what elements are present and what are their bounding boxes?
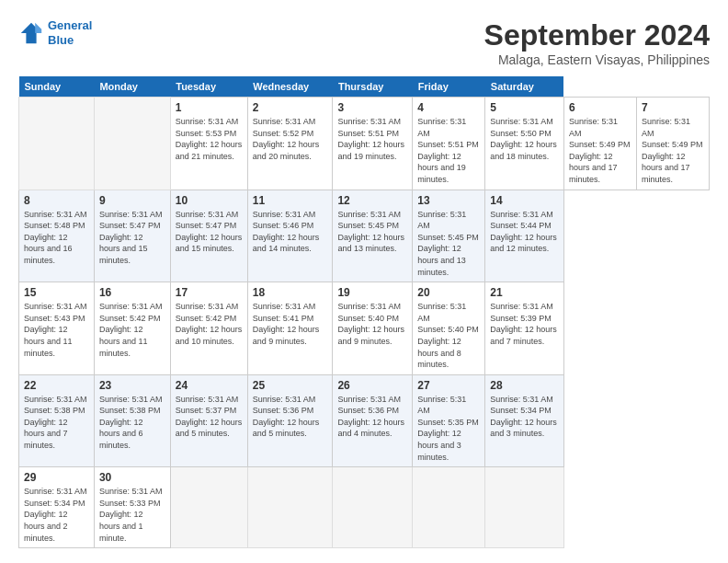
day-number: 10	[176, 194, 243, 207]
day-info: Sunrise: 5:31 AMSunset: 5:50 PMDaylight:…	[490, 116, 559, 162]
day-info: Sunrise: 5:31 AMSunset: 5:37 PMDaylight:…	[176, 394, 243, 440]
day-number: 17	[176, 286, 243, 299]
calendar-cell: 10Sunrise: 5:31 AMSunset: 5:47 PMDayligh…	[170, 190, 247, 282]
calendar-cell: 8Sunrise: 5:31 AMSunset: 5:48 PMDaylight…	[19, 190, 95, 282]
day-number: 15	[24, 286, 89, 299]
day-info: Sunrise: 5:31 AMSunset: 5:36 PMDaylight:…	[337, 394, 407, 440]
calendar-cell: 28Sunrise: 5:31 AMSunset: 5:34 PMDayligh…	[485, 374, 564, 467]
calendar-cell	[94, 98, 170, 190]
day-number: 21	[490, 286, 559, 299]
calendar-cell	[413, 467, 485, 548]
day-number: 30	[99, 471, 165, 484]
calendar-cell	[19, 98, 95, 190]
calendar-cell: 17Sunrise: 5:31 AMSunset: 5:42 PMDayligh…	[170, 282, 247, 375]
col-wednesday: Wednesday	[247, 76, 333, 98]
calendar-cell: 24Sunrise: 5:31 AMSunset: 5:37 PMDayligh…	[170, 374, 247, 467]
day-info: Sunrise: 5:31 AMSunset: 5:42 PMDaylight:…	[99, 301, 165, 359]
svg-marker-1	[35, 22, 41, 32]
calendar-cell: 11Sunrise: 5:31 AMSunset: 5:46 PMDayligh…	[247, 190, 333, 282]
day-info: Sunrise: 5:31 AMSunset: 5:36 PMDaylight:…	[253, 394, 328, 440]
day-number: 13	[417, 194, 480, 207]
col-saturday: Saturday	[485, 76, 564, 98]
day-info: Sunrise: 5:31 AMSunset: 5:49 PMDaylight:…	[569, 116, 631, 186]
day-info: Sunrise: 5:31 AMSunset: 5:40 PMDaylight:…	[417, 301, 480, 371]
day-info: Sunrise: 5:31 AMSunset: 5:49 PMDaylight:…	[642, 116, 704, 186]
day-info: Sunrise: 5:31 AMSunset: 5:53 PMDaylight:…	[176, 116, 243, 162]
day-info: Sunrise: 5:31 AMSunset: 5:38 PMDaylight:…	[99, 394, 165, 452]
col-sunday: Sunday	[19, 76, 95, 98]
location: Malaga, Eastern Visayas, Philippines	[484, 52, 710, 67]
calendar-cell: 18Sunrise: 5:31 AMSunset: 5:41 PMDayligh…	[247, 282, 333, 375]
calendar-cell: 16Sunrise: 5:31 AMSunset: 5:42 PMDayligh…	[94, 282, 170, 375]
day-number: 5	[490, 101, 559, 114]
day-info: Sunrise: 5:31 AMSunset: 5:39 PMDaylight:…	[490, 301, 559, 347]
day-info: Sunrise: 5:31 AMSunset: 5:47 PMDaylight:…	[176, 209, 243, 255]
calendar-cell: 7Sunrise: 5:31 AMSunset: 5:49 PMDaylight…	[636, 98, 709, 190]
col-friday: Friday	[413, 76, 485, 98]
day-number: 2	[253, 101, 328, 114]
logo-text: General Blue	[48, 18, 92, 47]
logo: General Blue	[18, 18, 92, 47]
day-info: Sunrise: 5:31 AMSunset: 5:41 PMDaylight:…	[253, 301, 328, 347]
day-number: 20	[417, 286, 480, 299]
calendar-week-0: 1Sunrise: 5:31 AMSunset: 5:53 PMDaylight…	[19, 98, 710, 190]
day-number: 3	[337, 101, 407, 114]
calendar-cell	[485, 467, 564, 548]
calendar-cell: 20Sunrise: 5:31 AMSunset: 5:40 PMDayligh…	[413, 282, 485, 375]
day-number: 6	[569, 101, 631, 114]
calendar-cell	[247, 467, 333, 548]
day-number: 27	[417, 379, 480, 392]
calendar-cell	[333, 467, 413, 548]
day-info: Sunrise: 5:31 AMSunset: 5:33 PMDaylight:…	[99, 486, 165, 544]
day-info: Sunrise: 5:31 AMSunset: 5:44 PMDaylight:…	[490, 209, 559, 255]
day-info: Sunrise: 5:31 AMSunset: 5:45 PMDaylight:…	[337, 209, 407, 255]
header-row: Sunday Monday Tuesday Wednesday Thursday…	[19, 76, 710, 98]
calendar-week-1: 8Sunrise: 5:31 AMSunset: 5:48 PMDaylight…	[19, 190, 710, 282]
col-tuesday: Tuesday	[170, 76, 247, 98]
calendar-cell: 30Sunrise: 5:31 AMSunset: 5:33 PMDayligh…	[94, 467, 170, 548]
day-info: Sunrise: 5:31 AMSunset: 5:51 PMDaylight:…	[417, 116, 480, 186]
day-info: Sunrise: 5:31 AMSunset: 5:34 PMDaylight:…	[24, 486, 89, 544]
day-number: 8	[24, 194, 89, 207]
calendar-cell: 26Sunrise: 5:31 AMSunset: 5:36 PMDayligh…	[333, 374, 413, 467]
calendar-cell: 1Sunrise: 5:31 AMSunset: 5:53 PMDaylight…	[170, 98, 247, 190]
month-title: September 2024	[484, 18, 710, 52]
calendar-cell: 3Sunrise: 5:31 AMSunset: 5:51 PMDaylight…	[333, 98, 413, 190]
day-info: Sunrise: 5:31 AMSunset: 5:47 PMDaylight:…	[99, 209, 165, 267]
day-info: Sunrise: 5:31 AMSunset: 5:46 PMDaylight:…	[253, 209, 328, 255]
day-info: Sunrise: 5:31 AMSunset: 5:35 PMDaylight:…	[417, 394, 480, 464]
day-info: Sunrise: 5:31 AMSunset: 5:45 PMDaylight:…	[417, 209, 480, 279]
col-monday: Monday	[94, 76, 170, 98]
day-number: 28	[490, 379, 559, 392]
calendar-week-2: 15Sunrise: 5:31 AMSunset: 5:43 PMDayligh…	[19, 282, 710, 375]
calendar-cell: 21Sunrise: 5:31 AMSunset: 5:39 PMDayligh…	[485, 282, 564, 375]
day-number: 23	[99, 379, 165, 392]
calendar-cell: 4Sunrise: 5:31 AMSunset: 5:51 PMDaylight…	[413, 98, 485, 190]
day-number: 14	[490, 194, 559, 207]
day-number: 24	[176, 379, 243, 392]
day-info: Sunrise: 5:31 AMSunset: 5:38 PMDaylight:…	[24, 394, 89, 452]
day-number: 11	[253, 194, 328, 207]
day-number: 9	[99, 194, 165, 207]
calendar-table: Sunday Monday Tuesday Wednesday Thursday…	[18, 76, 710, 548]
calendar-cell: 19Sunrise: 5:31 AMSunset: 5:40 PMDayligh…	[333, 282, 413, 375]
calendar-cell: 6Sunrise: 5:31 AMSunset: 5:49 PMDaylight…	[563, 98, 636, 190]
logo-icon	[18, 20, 44, 46]
day-number: 7	[642, 101, 704, 114]
calendar-cell: 14Sunrise: 5:31 AMSunset: 5:44 PMDayligh…	[485, 190, 564, 282]
calendar-cell: 27Sunrise: 5:31 AMSunset: 5:35 PMDayligh…	[413, 374, 485, 467]
day-number: 22	[24, 379, 89, 392]
day-info: Sunrise: 5:31 AMSunset: 5:34 PMDaylight:…	[490, 394, 559, 440]
calendar-cell: 25Sunrise: 5:31 AMSunset: 5:36 PMDayligh…	[247, 374, 333, 467]
calendar-cell: 22Sunrise: 5:31 AMSunset: 5:38 PMDayligh…	[19, 374, 95, 467]
col-thursday: Thursday	[333, 76, 413, 98]
day-number: 29	[24, 471, 89, 484]
day-number: 25	[253, 379, 328, 392]
day-info: Sunrise: 5:31 AMSunset: 5:43 PMDaylight:…	[24, 301, 89, 359]
calendar-cell: 13Sunrise: 5:31 AMSunset: 5:45 PMDayligh…	[413, 190, 485, 282]
header: General Blue September 2024 Malaga, East…	[18, 18, 710, 67]
calendar-cell: 29Sunrise: 5:31 AMSunset: 5:34 PMDayligh…	[19, 467, 95, 548]
day-info: Sunrise: 5:31 AMSunset: 5:48 PMDaylight:…	[24, 209, 89, 267]
calendar-cell: 9Sunrise: 5:31 AMSunset: 5:47 PMDaylight…	[94, 190, 170, 282]
day-info: Sunrise: 5:31 AMSunset: 5:42 PMDaylight:…	[176, 301, 243, 347]
